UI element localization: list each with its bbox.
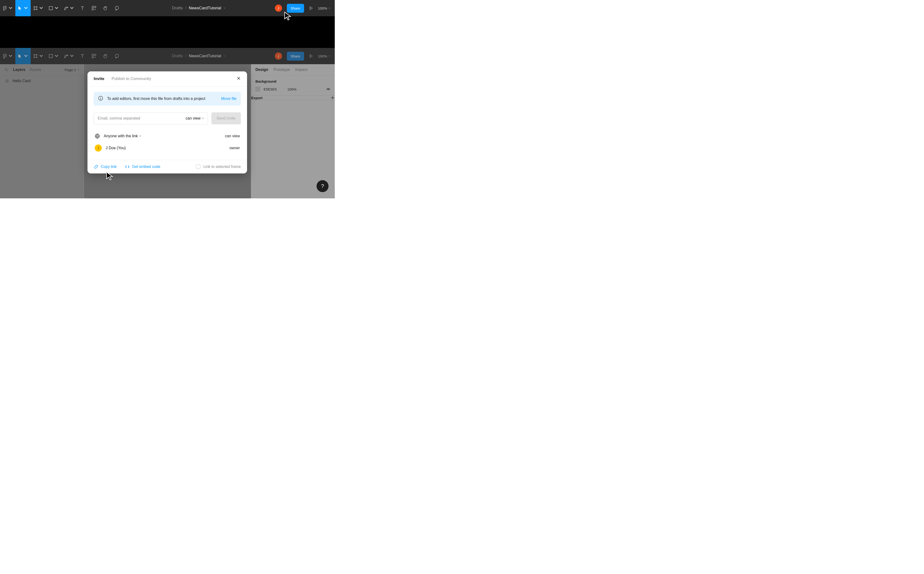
hand-tool[interactable] (100, 0, 111, 16)
plus-icon[interactable] (330, 96, 335, 100)
pen-tool[interactable] (61, 0, 77, 16)
owner-perm: owner (229, 146, 240, 150)
transition-arrow (0, 16, 335, 48)
link-selected-frame[interactable]: Link to selected frame (196, 165, 241, 169)
breadcrumb-file[interactable]: NewsCardTutorial (189, 6, 221, 11)
hand-tool[interactable] (100, 48, 111, 64)
zoom-control[interactable]: 100% (318, 6, 330, 10)
globe-icon (95, 133, 100, 139)
email-input[interactable]: Email, comma separated can view (94, 112, 208, 125)
color-swatch[interactable] (255, 87, 260, 91)
layer-name: Hello Card (13, 79, 31, 83)
move-file-banner: To add editors, first move this file fro… (94, 92, 241, 106)
owner-name: J Doe (You) (106, 146, 126, 150)
permission-dropdown[interactable]: can view (186, 116, 204, 120)
share-row-owner: J J Doe (You) owner (94, 142, 241, 155)
anyone-link-label[interactable]: Anyone with the link (104, 134, 141, 138)
present-icon[interactable] (309, 54, 313, 58)
modal-tab-invite[interactable]: Invite (94, 76, 104, 81)
close-button[interactable] (237, 76, 241, 82)
anyone-perm[interactable]: can view (225, 134, 240, 138)
main-menu[interactable] (0, 48, 15, 64)
breadcrumb[interactable]: Drafts / NewsCardTutorial (123, 54, 275, 58)
state-two: Drafts / NewsCardTutorial J Share 100% L… (0, 48, 335, 199)
tab-prototype[interactable]: Prototype (273, 68, 290, 72)
share-modal: Invite Publish to Community To add edito… (87, 71, 247, 173)
text-tool[interactable] (77, 48, 88, 64)
background-section: Background E5E5E5 100% (251, 76, 335, 96)
text-tool[interactable] (77, 0, 88, 16)
move-tool[interactable] (15, 0, 31, 16)
breadcrumb-file[interactable]: NewsCardTutorial (189, 54, 221, 58)
share-row-link: Anyone with the link can view (94, 131, 241, 142)
copy-link-button[interactable]: Copy link (94, 164, 117, 169)
banner-text: To add editors, first move this file fro… (107, 96, 205, 101)
breadcrumb[interactable]: Drafts / NewsCardTutorial (123, 6, 275, 11)
chevron-down-icon (328, 7, 330, 9)
left-panel: Layers Assets Page 1 Hello Card (0, 64, 84, 199)
owner-avatar: J (95, 145, 102, 151)
embed-label: Get embed code (132, 165, 160, 169)
tab-assets[interactable]: Assets (30, 68, 41, 72)
tab-inspect[interactable]: Inspect (295, 68, 307, 72)
breadcrumb-sep: / (185, 6, 186, 11)
zoom-control[interactable]: 100% (318, 54, 330, 58)
page-selector[interactable]: Page 1 (65, 68, 79, 72)
checkbox[interactable] (196, 165, 200, 169)
selected-frame-label: Link to selected frame (203, 165, 241, 169)
code-icon (125, 164, 129, 169)
layer-row[interactable]: Hello Card (0, 76, 84, 87)
comment-tool[interactable] (111, 48, 123, 64)
modal-tab-publish[interactable]: Publish to Community (112, 76, 151, 81)
toolbar-bottom: Drafts / NewsCardTutorial J Share 100% (0, 48, 335, 64)
breadcrumb-drafts[interactable]: Drafts (172, 6, 183, 11)
frame-tool[interactable] (31, 0, 46, 16)
send-invite-button[interactable]: Send invite (211, 112, 241, 125)
shape-tool[interactable] (46, 48, 61, 64)
toolbar-top: Drafts / NewsCardTutorial J Share 100% (0, 0, 335, 16)
color-opacity[interactable]: 100% (287, 87, 296, 91)
left-panel-header: Layers Assets Page 1 (0, 64, 84, 76)
color-hex[interactable]: E5E5E5 (263, 87, 277, 91)
user-avatar[interactable]: J (275, 52, 282, 60)
chevron-down-icon (202, 117, 204, 119)
export-title: Export (251, 96, 263, 100)
modal-footer: Copy link Get embed code Link to selecte… (87, 160, 247, 173)
share-button[interactable]: Share (287, 4, 304, 13)
breadcrumb-drafts[interactable]: Drafts (172, 54, 183, 58)
info-icon (98, 96, 103, 102)
visibility-icon[interactable] (326, 87, 330, 91)
present-icon[interactable] (309, 6, 313, 10)
user-avatar[interactable]: J (275, 5, 282, 12)
chevron-down-icon[interactable] (224, 7, 225, 9)
breadcrumb-sep: / (185, 54, 186, 58)
embed-button[interactable]: Get embed code (125, 164, 160, 169)
pen-tool[interactable] (61, 48, 77, 64)
chevron-down-icon (77, 69, 79, 71)
frame-tool[interactable] (31, 48, 46, 64)
resources-tool[interactable] (88, 0, 100, 16)
background-title: Background (255, 79, 330, 84)
shape-tool[interactable] (46, 0, 61, 16)
chevron-down-icon (139, 135, 141, 137)
right-panel-tabs: Design Prototype Inspect (251, 64, 335, 76)
chevron-down-icon[interactable] (224, 55, 225, 57)
tab-layers[interactable]: Layers (13, 68, 25, 72)
move-tool[interactable] (15, 48, 31, 64)
modal-header: Invite Publish to Community (87, 71, 247, 87)
chevron-down-icon (328, 55, 330, 57)
page-label: Page 1 (65, 68, 76, 72)
link-icon (94, 164, 98, 169)
help-button[interactable]: ? (317, 180, 328, 192)
comment-tool[interactable] (111, 0, 123, 16)
permission-label: can view (186, 116, 200, 120)
email-placeholder: Email, comma separated (98, 116, 186, 120)
search-icon[interactable] (4, 68, 9, 72)
tab-design[interactable]: Design (255, 68, 268, 72)
close-icon (237, 76, 241, 80)
resources-tool[interactable] (88, 48, 100, 64)
share-button[interactable]: Share (287, 52, 304, 61)
main-menu[interactable] (0, 0, 15, 16)
move-file-link[interactable]: Move file (221, 96, 237, 101)
zoom-value: 100% (318, 6, 327, 10)
